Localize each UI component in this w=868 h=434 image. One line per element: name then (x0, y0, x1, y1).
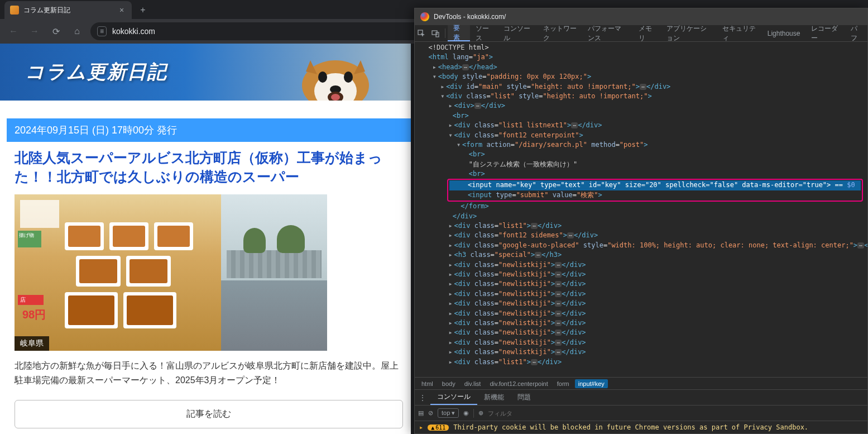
drawer-tab-whatsnew[interactable]: 新機能 (477, 390, 511, 405)
live-expression-icon[interactable]: ◉ (463, 409, 469, 417)
dom-row[interactable]: ▸<div class="newlistkiji">⋯</div> (418, 318, 867, 328)
forward-button[interactable]: → (27, 23, 42, 39)
elements-panel[interactable]: <!DOCTYPE html> <html lang="ja"> ▸<head>… (415, 42, 867, 377)
dom-row[interactable]: ▸<div class="newlistkiji">⋯</div> (418, 347, 867, 357)
dom-row[interactable]: ▸<div class="newlistkiji">⋯</div> (418, 279, 867, 289)
highlighted-dom-region: <input name="key" type="text" id="key" s… (447, 179, 863, 202)
dom-row[interactable]: ▸<div>⋯</div> (418, 101, 867, 111)
warning-icon: ▸ (419, 423, 423, 431)
dom-row[interactable]: ▾<body style="padding: 0px 0px 120px;"> (418, 72, 867, 82)
clear-console-icon[interactable]: ⊘ (428, 409, 433, 417)
dom-row[interactable]: </div> (418, 212, 867, 221)
dom-row[interactable]: ▸<div class="newlistkiji">⋯</div> (418, 338, 867, 347)
dom-row[interactable]: ▾<form action="/diary/search.pl" method=… (418, 140, 867, 150)
devtools-tab-0[interactable]: 要素 (448, 25, 470, 41)
site-title: コラム更新日記 (25, 59, 167, 85)
site-info-icon[interactable]: ≡ (97, 26, 107, 36)
dom-row[interactable]: <br> (418, 169, 867, 179)
devtools-titlebar[interactable]: DevTools - kokokki.com/ (415, 8, 867, 25)
dom-row[interactable]: ▸<div class="list1 listnext1">⋯</div> (418, 121, 867, 130)
console-toolbar: ▤ ⊘ top ▾ ◉ ⊕ (415, 406, 867, 421)
dom-row[interactable]: <br> (418, 111, 867, 121)
breadcrumb-item[interactable]: body (439, 379, 459, 388)
dom-row[interactable]: ▸<head>⋯</head> (418, 63, 867, 72)
new-tab-button[interactable]: + (135, 2, 151, 18)
dom-row[interactable]: ▸<div class="list1">⋯</div> (418, 221, 867, 231)
shelf-sign: 揚げ物 (18, 231, 41, 247)
console-warning-text: Third-party cookie will be blocked in fu… (453, 423, 808, 431)
dom-row[interactable]: ▾<div class="list" style="height: auto !… (418, 92, 867, 101)
dom-row[interactable]: </form> (418, 202, 867, 211)
drawer-menu-icon[interactable]: ⋮ (415, 390, 430, 405)
dom-row[interactable]: ▸<div class="newlistkiji">⋯</div> (418, 328, 867, 337)
devtools-tabs: 要素ソースコンソールネットワークパフォーマンスメモリアプリケーションセキュリティ… (415, 25, 867, 42)
dom-row[interactable]: ▸<div class="newlistkiji">⋯</div> (418, 270, 867, 279)
devtools-title: DevTools - kokokki.com/ (434, 13, 506, 21)
back-button[interactable]: ← (6, 23, 21, 39)
page-viewport: コラム更新日記 2024年09月15日 (日) 17時00分 発行 北陸人気スー… (0, 44, 411, 434)
devtools-tab-8[interactable]: Lighthouse (762, 25, 806, 41)
devtools-tab-4[interactable]: パフォーマンス (582, 25, 633, 41)
dom-row[interactable]: ▸<div class="newlistkiji">⋯</div> (418, 309, 867, 318)
inspect-element-icon[interactable] (415, 25, 429, 41)
dom-row[interactable]: ▸<div id="main" style="height: auto !imp… (418, 82, 867, 92)
close-tab-icon[interactable]: × (117, 6, 126, 15)
article-content: 2024年09月15日 (日) 17時00分 発行 北陸人気スーパーアルビス北方… (0, 118, 411, 428)
browser-tab[interactable]: コラム更新日記 × (4, 1, 132, 19)
devtools-tab-7[interactable]: セキュリティ (717, 25, 761, 41)
console-drawer: ⋮ コンソール 新機能 問題 ▤ ⊘ top ▾ ◉ ⊕ ▸ ▲ 611 Thi… (415, 389, 867, 433)
console-warning-row[interactable]: ▸ ▲ 611 Third-party cookie will be block… (415, 421, 867, 433)
devtools-icon (420, 12, 429, 21)
dom-row[interactable]: <input type="submit" value="検索"> (449, 190, 861, 200)
devtools-tab-3[interactable]: ネットワーク (538, 25, 582, 41)
svg-point-3 (344, 71, 353, 83)
devtools-tab-1[interactable]: ソース (470, 25, 498, 41)
device-toolbar-icon[interactable] (429, 25, 443, 41)
breadcrumb-item[interactable]: div.list (461, 379, 485, 388)
breadcrumb-item[interactable]: html (418, 379, 437, 388)
devtools-tab-9[interactable]: レコーダー (805, 25, 845, 41)
devtools-tab-6[interactable]: アプリケーション (661, 25, 717, 41)
dom-row-selected[interactable]: <input name="key" type="text" id="key" s… (449, 180, 861, 190)
warning-count-badge: ▲ 611 (428, 425, 449, 431)
tab-title: コラム更新日記 (23, 6, 113, 15)
filter-icon: ⊕ (478, 409, 483, 417)
dom-row[interactable]: ▸<div class="newlistkiji">⋯</div> (418, 260, 867, 270)
reload-button[interactable]: ⟳ (48, 23, 64, 39)
dom-row[interactable]: ▾<div class="font12 centerpoint"> (418, 131, 867, 140)
dom-row[interactable]: <br> (418, 150, 867, 159)
breadcrumb-bar: htmlbodydiv.listdiv.font12.centerpointfo… (415, 377, 867, 389)
dom-row[interactable]: ▸<div class="google-auto-placed" style="… (418, 241, 867, 250)
address-bar[interactable]: ≡ kokokki.com (90, 22, 425, 40)
breadcrumb-item[interactable]: form (554, 379, 573, 388)
dom-row[interactable]: ▸<div class="newlistkiji">⋯</div> (418, 289, 867, 299)
dom-row[interactable]: ▸<div class="font12 sidemes">⋯</div> (418, 231, 867, 240)
dom-row[interactable]: ▸<div class="list1">⋯</div> (418, 357, 867, 367)
read-more-button[interactable]: 記事を読む (15, 400, 403, 428)
devtools-tab-5[interactable]: メモリ (633, 25, 661, 41)
svg-point-6 (331, 94, 340, 101)
devtools-tab-2[interactable]: コンソール (498, 25, 537, 41)
console-sidebar-icon[interactable]: ▤ (418, 409, 424, 417)
dom-row[interactable]: <!DOCTYPE html> (418, 43, 867, 53)
banner-dog-image (282, 44, 389, 101)
breadcrumb-item[interactable]: div.font12.centerpoint (486, 379, 551, 388)
context-selector[interactable]: top ▾ (438, 408, 459, 418)
drawer-tab-issues[interactable]: 問題 (511, 390, 538, 405)
dom-row[interactable]: "自システム検索（一致検索向け）" (418, 160, 867, 169)
image-region-badge: 岐阜県 (15, 336, 49, 351)
console-filter-input[interactable] (488, 410, 864, 417)
article-headline[interactable]: 北陸人気スーパーアルビス北方町店（仮称）工事が始まった！！北方町では久しぶりの構… (7, 142, 411, 191)
url-text: kokokki.com (112, 27, 155, 36)
dom-row[interactable]: <html lang="ja"> (418, 53, 867, 62)
price-label: 98円 (20, 306, 48, 323)
devtools-tab-10[interactable]: パフ (845, 25, 867, 41)
breadcrumb-item[interactable]: input#key (575, 379, 608, 388)
article-image: 揚げ物 店 98円 岐阜県 (15, 194, 327, 351)
dom-row[interactable]: ▸<h3 class="special">⋯</h3> (418, 250, 867, 260)
svg-point-2 (318, 71, 327, 83)
favicon-icon (10, 6, 19, 15)
home-button[interactable]: ⌂ (69, 23, 85, 39)
drawer-tab-console[interactable]: コンソール (430, 390, 477, 405)
dom-row[interactable]: ▸<div class="newlistkiji">⋯</div> (418, 299, 867, 308)
